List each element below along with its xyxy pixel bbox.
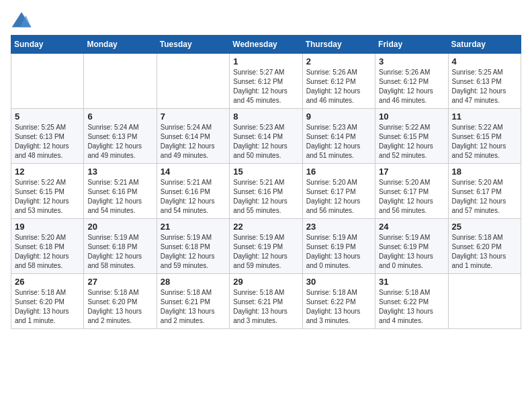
day-number: 3 xyxy=(379,56,444,66)
day-info: Sunrise: 5:21 AMSunset: 6:16 PMDaylight:… xyxy=(233,178,298,216)
calendar-cell: 24Sunrise: 5:19 AMSunset: 6:19 PMDayligh… xyxy=(375,219,448,274)
day-info: Sunrise: 5:18 AMSunset: 6:22 PMDaylight:… xyxy=(379,288,444,326)
day-number: 28 xyxy=(161,277,226,287)
day-number: 27 xyxy=(87,277,152,287)
calendar-cell: 26Sunrise: 5:18 AMSunset: 6:20 PMDayligh… xyxy=(11,274,84,329)
day-info: Sunrise: 5:21 AMSunset: 6:16 PMDaylight:… xyxy=(87,178,152,216)
calendar-cell: 7Sunrise: 5:24 AMSunset: 6:14 PMDaylight… xyxy=(157,109,229,164)
calendar-cell: 6Sunrise: 5:24 AMSunset: 6:13 PMDaylight… xyxy=(84,109,157,164)
calendar-cell xyxy=(11,54,84,109)
calendar-cell: 17Sunrise: 5:20 AMSunset: 6:17 PMDayligh… xyxy=(375,164,448,219)
day-number: 6 xyxy=(87,111,152,122)
calendar-header-tuesday: Tuesday xyxy=(157,36,229,54)
day-number: 14 xyxy=(161,167,226,177)
day-info: Sunrise: 5:18 AMSunset: 6:21 PMDaylight:… xyxy=(161,288,226,326)
day-info: Sunrise: 5:18 AMSunset: 6:20 PMDaylight:… xyxy=(452,233,517,271)
day-number: 16 xyxy=(306,167,371,177)
day-info: Sunrise: 5:20 AMSunset: 6:17 PMDaylight:… xyxy=(379,178,444,216)
day-info: Sunrise: 5:20 AMSunset: 6:18 PMDaylight:… xyxy=(15,233,80,271)
calendar-cell: 25Sunrise: 5:18 AMSunset: 6:20 PMDayligh… xyxy=(448,219,521,274)
day-number: 18 xyxy=(452,167,517,177)
day-info: Sunrise: 5:24 AMSunset: 6:14 PMDaylight:… xyxy=(161,123,226,161)
calendar-cell: 4Sunrise: 5:25 AMSunset: 6:13 PMDaylight… xyxy=(448,54,521,109)
calendar-header-monday: Monday xyxy=(84,36,157,54)
calendar-cell: 20Sunrise: 5:19 AMSunset: 6:18 PMDayligh… xyxy=(84,219,157,274)
calendar-week-row: 12Sunrise: 5:22 AMSunset: 6:15 PMDayligh… xyxy=(11,164,521,219)
calendar-cell: 14Sunrise: 5:21 AMSunset: 6:16 PMDayligh… xyxy=(157,164,229,219)
calendar-cell: 1Sunrise: 5:27 AMSunset: 6:12 PMDaylight… xyxy=(230,54,302,109)
day-number: 2 xyxy=(306,56,371,66)
day-number: 25 xyxy=(452,222,517,232)
calendar-cell: 13Sunrise: 5:21 AMSunset: 6:16 PMDayligh… xyxy=(84,164,157,219)
day-number: 1 xyxy=(233,56,298,66)
calendar-cell: 29Sunrise: 5:18 AMSunset: 6:21 PMDayligh… xyxy=(230,274,302,329)
day-info: Sunrise: 5:21 AMSunset: 6:16 PMDaylight:… xyxy=(161,178,226,216)
day-number: 13 xyxy=(87,167,152,177)
calendar-header-thursday: Thursday xyxy=(302,36,375,54)
day-info: Sunrise: 5:23 AMSunset: 6:14 PMDaylight:… xyxy=(306,123,371,161)
day-info: Sunrise: 5:22 AMSunset: 6:15 PMDaylight:… xyxy=(15,178,80,216)
day-number: 26 xyxy=(15,277,80,287)
day-info: Sunrise: 5:19 AMSunset: 6:19 PMDaylight:… xyxy=(233,233,298,271)
calendar-cell: 8Sunrise: 5:23 AMSunset: 6:14 PMDaylight… xyxy=(230,109,302,164)
day-number: 15 xyxy=(233,167,298,177)
calendar-cell xyxy=(157,54,229,109)
day-number: 17 xyxy=(379,167,444,177)
calendar-cell: 18Sunrise: 5:20 AMSunset: 6:17 PMDayligh… xyxy=(448,164,521,219)
logo-icon xyxy=(11,11,32,30)
day-info: Sunrise: 5:26 AMSunset: 6:12 PMDaylight:… xyxy=(306,68,371,105)
calendar-cell: 11Sunrise: 5:22 AMSunset: 6:15 PMDayligh… xyxy=(448,109,521,164)
calendar-cell: 5Sunrise: 5:25 AMSunset: 6:13 PMDaylight… xyxy=(11,109,84,164)
calendar-cell: 31Sunrise: 5:18 AMSunset: 6:22 PMDayligh… xyxy=(375,274,448,329)
calendar-week-row: 26Sunrise: 5:18 AMSunset: 6:20 PMDayligh… xyxy=(11,274,521,329)
calendar-cell: 19Sunrise: 5:20 AMSunset: 6:18 PMDayligh… xyxy=(11,219,84,274)
day-number: 11 xyxy=(452,111,517,122)
calendar-cell xyxy=(448,274,521,329)
calendar-cell: 23Sunrise: 5:19 AMSunset: 6:19 PMDayligh… xyxy=(302,219,375,274)
day-info: Sunrise: 5:26 AMSunset: 6:12 PMDaylight:… xyxy=(379,68,444,105)
day-number: 24 xyxy=(379,222,444,232)
day-info: Sunrise: 5:19 AMSunset: 6:18 PMDaylight:… xyxy=(87,233,152,271)
day-info: Sunrise: 5:19 AMSunset: 6:19 PMDaylight:… xyxy=(379,233,444,271)
calendar-week-row: 1Sunrise: 5:27 AMSunset: 6:12 PMDaylight… xyxy=(11,54,521,109)
calendar-cell: 15Sunrise: 5:21 AMSunset: 6:16 PMDayligh… xyxy=(230,164,302,219)
day-info: Sunrise: 5:22 AMSunset: 6:15 PMDaylight:… xyxy=(379,123,444,161)
day-info: Sunrise: 5:19 AMSunset: 6:18 PMDaylight:… xyxy=(161,233,226,271)
calendar-cell: 30Sunrise: 5:18 AMSunset: 6:22 PMDayligh… xyxy=(302,274,375,329)
calendar-cell: 16Sunrise: 5:20 AMSunset: 6:17 PMDayligh… xyxy=(302,164,375,219)
calendar-header-sunday: Sunday xyxy=(11,36,84,54)
calendar-cell: 28Sunrise: 5:18 AMSunset: 6:21 PMDayligh… xyxy=(157,274,229,329)
calendar-cell: 2Sunrise: 5:26 AMSunset: 6:12 PMDaylight… xyxy=(302,54,375,109)
day-number: 4 xyxy=(452,56,517,66)
calendar-cell xyxy=(84,54,157,109)
day-number: 19 xyxy=(15,222,80,232)
day-info: Sunrise: 5:18 AMSunset: 6:22 PMDaylight:… xyxy=(306,288,371,326)
calendar-cell: 21Sunrise: 5:19 AMSunset: 6:18 PMDayligh… xyxy=(157,219,229,274)
calendar-week-row: 5Sunrise: 5:25 AMSunset: 6:13 PMDaylight… xyxy=(11,109,521,164)
day-number: 7 xyxy=(161,111,226,122)
day-info: Sunrise: 5:22 AMSunset: 6:15 PMDaylight:… xyxy=(452,123,517,161)
calendar-cell: 22Sunrise: 5:19 AMSunset: 6:19 PMDayligh… xyxy=(230,219,302,274)
calendar-header-saturday: Saturday xyxy=(448,36,521,54)
day-info: Sunrise: 5:24 AMSunset: 6:13 PMDaylight:… xyxy=(87,123,152,161)
day-number: 23 xyxy=(306,222,371,232)
day-info: Sunrise: 5:19 AMSunset: 6:19 PMDaylight:… xyxy=(306,233,371,271)
calendar-cell: 27Sunrise: 5:18 AMSunset: 6:20 PMDayligh… xyxy=(84,274,157,329)
day-number: 21 xyxy=(161,222,226,232)
calendar-header-wednesday: Wednesday xyxy=(230,36,302,54)
calendar-cell: 10Sunrise: 5:22 AMSunset: 6:15 PMDayligh… xyxy=(375,109,448,164)
calendar-header-row: SundayMondayTuesdayWednesdayThursdayFrid… xyxy=(11,36,521,54)
day-info: Sunrise: 5:25 AMSunset: 6:13 PMDaylight:… xyxy=(15,123,80,161)
day-number: 31 xyxy=(379,277,444,287)
day-info: Sunrise: 5:20 AMSunset: 6:17 PMDaylight:… xyxy=(306,178,371,216)
day-number: 9 xyxy=(306,111,371,122)
day-info: Sunrise: 5:23 AMSunset: 6:14 PMDaylight:… xyxy=(233,123,298,161)
day-info: Sunrise: 5:18 AMSunset: 6:21 PMDaylight:… xyxy=(233,288,298,326)
calendar-table: SundayMondayTuesdayWednesdayThursdayFrid… xyxy=(11,35,521,329)
day-number: 22 xyxy=(233,222,298,232)
logo xyxy=(11,11,35,30)
day-info: Sunrise: 5:20 AMSunset: 6:17 PMDaylight:… xyxy=(452,178,517,216)
day-info: Sunrise: 5:27 AMSunset: 6:12 PMDaylight:… xyxy=(233,68,298,105)
calendar-cell: 3Sunrise: 5:26 AMSunset: 6:12 PMDaylight… xyxy=(375,54,448,109)
day-info: Sunrise: 5:18 AMSunset: 6:20 PMDaylight:… xyxy=(87,288,152,326)
